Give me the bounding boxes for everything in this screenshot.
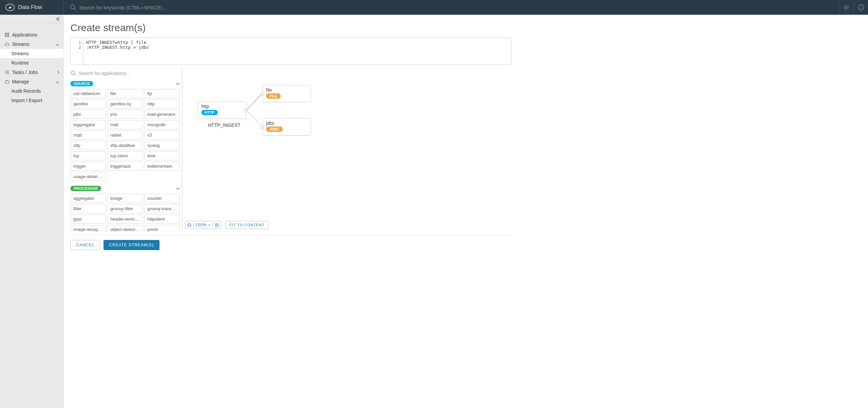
palette-item[interactable]: sftp xyxy=(70,141,106,150)
palette-item[interactable]: gemfire xyxy=(70,99,106,108)
svg-rect-21 xyxy=(5,36,6,37)
palette-item[interactable]: httpclient xyxy=(145,214,180,224)
palette-item[interactable]: image-recogniti... xyxy=(70,225,106,232)
palette-item[interactable]: triggertask xyxy=(107,162,143,171)
palette-item[interactable]: groovy-transform xyxy=(145,204,180,213)
page-title: Create stream(s) xyxy=(70,22,511,33)
dsl-editor[interactable]: 12 HTTP_INGEST=http | file :HTTP_INGEST.… xyxy=(70,37,511,65)
chevron-down-icon xyxy=(56,41,59,47)
palette-item[interactable]: http xyxy=(145,99,180,108)
settings-button[interactable] xyxy=(839,0,853,15)
sidebar-item-tasks-jobs[interactable]: Tasks / Jobs xyxy=(0,68,63,77)
svg-rect-23 xyxy=(8,36,9,37)
palette-item[interactable]: gemfire-cq xyxy=(107,99,143,108)
palette-item[interactable]: tcp xyxy=(70,151,106,160)
footer-actions: CANCEL CREATE STREAM(S) xyxy=(70,235,511,255)
palette-item[interactable]: header-enricher xyxy=(107,214,143,224)
svg-rect-20 xyxy=(8,34,9,35)
sidebar-item-manage[interactable]: Manage xyxy=(0,77,63,87)
node-jdbc[interactable]: jdbc JDBC xyxy=(262,118,311,136)
editor-content[interactable]: HTTP_INGEST=http | file :HTTP_INGEST.htt… xyxy=(84,38,152,65)
main: Create stream(s) 12 HTTP_INGEST=http | f… xyxy=(64,15,868,408)
app-palette: SOURCE cdc-debeziumfileftpgemfiregemfire… xyxy=(70,68,182,232)
svg-rect-19 xyxy=(7,34,8,35)
palette-item[interactable]: sftp-dataflow xyxy=(107,141,143,150)
palette-item[interactable]: file xyxy=(107,89,143,98)
palette-item[interactable]: grpc xyxy=(70,214,106,224)
chevron-down-icon xyxy=(176,81,180,87)
info-button[interactable] xyxy=(853,0,868,15)
sidebar-sub-runtime[interactable]: Runtime xyxy=(0,58,63,68)
node-tag: HTTP xyxy=(202,110,218,115)
flow-canvas[interactable]: http HTTP HTTP_INGEST file FILE jdbc xyxy=(182,68,511,232)
sidebar-sub-audit-records[interactable]: Audit Records xyxy=(0,87,63,96)
brand-logo-icon xyxy=(5,4,15,11)
palette-item[interactable]: rabbit xyxy=(107,131,143,140)
stream-name-label: HTTP_INGEST xyxy=(208,123,240,128)
input-port[interactable] xyxy=(260,126,264,129)
zoom-level-dropdown[interactable]: 100% xyxy=(193,223,213,227)
palette-item[interactable]: counter xyxy=(145,194,180,203)
palette-item[interactable]: cdc-debezium xyxy=(70,89,106,98)
sidebar-item-label: Applications xyxy=(12,32,37,37)
cancel-button[interactable]: CANCEL xyxy=(70,240,100,250)
svg-point-29 xyxy=(5,73,6,74)
svg-point-27 xyxy=(5,71,6,71)
sidebar: Applications Streams Streams Runtime Tas… xyxy=(0,15,64,408)
node-tag: JDBC xyxy=(266,127,283,132)
sidebar-sub-streams[interactable]: Streams xyxy=(0,49,63,58)
sidebar-item-applications[interactable]: Applications xyxy=(0,30,63,39)
svg-rect-17 xyxy=(8,33,9,34)
sidebar-sub-import-export[interactable]: Import / Export xyxy=(0,96,63,105)
palette-item[interactable]: syslog xyxy=(145,141,180,150)
palette-section-processor[interactable]: PROCESSOR xyxy=(70,186,180,191)
sidebar-item-streams[interactable]: Streams xyxy=(0,39,63,49)
palette-item[interactable]: load-generator xyxy=(145,110,180,119)
svg-point-1 xyxy=(71,5,75,9)
info-icon xyxy=(858,4,864,11)
input-port[interactable] xyxy=(260,92,264,96)
global-search xyxy=(64,4,839,11)
palette-item[interactable]: groovy-filter xyxy=(107,204,143,213)
palette-search-input[interactable] xyxy=(79,71,165,76)
palette-item[interactable]: trigger xyxy=(70,162,106,171)
node-http[interactable]: http HTTP xyxy=(198,101,246,119)
palette-item[interactable]: mqtt xyxy=(70,131,106,140)
palette-item[interactable]: aggregator xyxy=(70,194,106,203)
palette-item[interactable]: twitterstream xyxy=(145,162,180,171)
palette-item[interactable]: jdbc xyxy=(70,110,106,119)
svg-line-11 xyxy=(847,5,848,6)
palette-item[interactable]: object-detection xyxy=(107,225,143,232)
palette-section-source[interactable]: SOURCE xyxy=(70,81,180,87)
palette-item[interactable]: pmml xyxy=(145,225,180,232)
create-stream-button[interactable]: CREATE STREAM(S) xyxy=(103,240,159,250)
source-grid: cdc-debeziumfileftpgemfiregemfire-cqhttp… xyxy=(70,89,180,181)
fit-to-content-button[interactable]: FIT TO CONTENT xyxy=(225,221,269,229)
global-search-input[interactable] xyxy=(79,5,280,10)
svg-point-28 xyxy=(5,72,6,73)
zoom-in-button[interactable] xyxy=(213,223,221,227)
palette-item[interactable]: usage-detail-se... xyxy=(70,172,106,181)
zoom-level: 100% xyxy=(195,223,207,227)
palette-item[interactable]: mongodb xyxy=(145,120,180,129)
node-file[interactable]: file FILE xyxy=(262,85,311,102)
palette-item[interactable]: ftp xyxy=(145,89,180,98)
palette-scroll[interactable]: SOURCE cdc-debeziumfileftpgemfiregemfire… xyxy=(70,79,182,232)
canvas-toolbar: 100% FIT TO CONTENT xyxy=(185,221,269,229)
palette-search xyxy=(70,68,182,79)
palette-item[interactable]: loggregator xyxy=(70,120,106,129)
palette-item[interactable]: jms xyxy=(107,110,143,119)
zoom-control: 100% xyxy=(185,221,221,229)
output-port[interactable] xyxy=(245,109,248,112)
palette-item[interactable]: time xyxy=(145,151,180,160)
palette-item[interactable]: bridge xyxy=(107,194,143,203)
svg-rect-15 xyxy=(5,33,6,34)
zoom-out-button[interactable] xyxy=(185,223,193,227)
palette-item[interactable]: s3 xyxy=(145,131,180,140)
svg-line-32 xyxy=(74,74,76,76)
sidebar-collapse-button[interactable] xyxy=(0,15,63,24)
palette-item[interactable]: tcp-client xyxy=(107,151,143,160)
brand-title: Data Flow xyxy=(18,4,42,10)
palette-item[interactable]: filter xyxy=(70,204,106,213)
palette-item[interactable]: mail xyxy=(107,120,143,129)
